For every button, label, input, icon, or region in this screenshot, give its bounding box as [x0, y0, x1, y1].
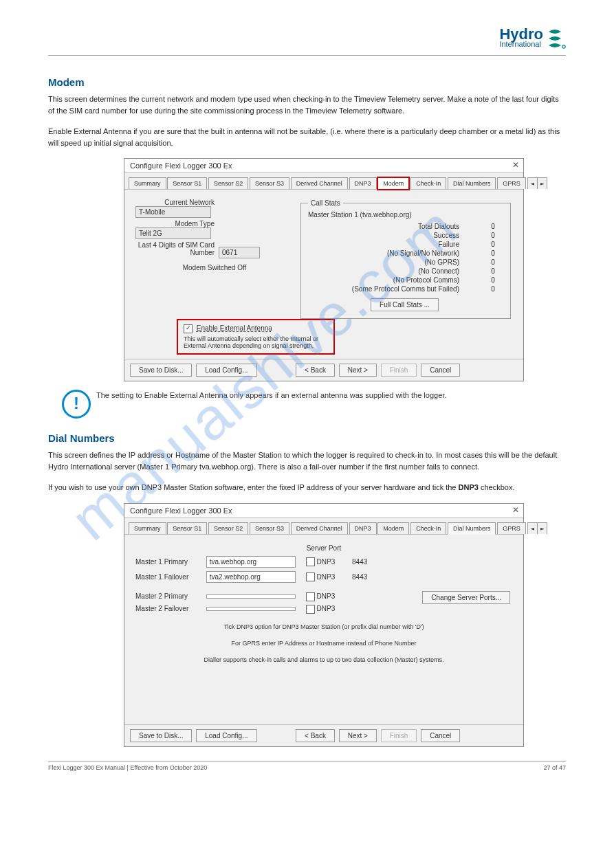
m1f-dnp3-checkbox[interactable] — [306, 572, 315, 581]
dialog-titlebar: Configure Flexi Logger 300 Ex ✕ — [124, 159, 523, 173]
dialog-title: Configure Flexi Logger 300 Ex — [130, 507, 232, 515]
tab-scroll-left[interactable]: ◄ — [527, 522, 538, 534]
enable-antenna-help: This will automatically select either th… — [184, 335, 328, 349]
modem-status: Modem Switched Off — [135, 264, 294, 271]
logo-wave-icon — [548, 29, 566, 51]
cancel-button[interactable]: Cancel — [421, 364, 460, 377]
dial-para-1: This screen defines the IP address or Ho… — [48, 449, 566, 472]
tab-dnp3[interactable]: DNP3 — [349, 177, 377, 189]
external-antenna-box: ✓ Enable External Antenna This will auto… — [177, 319, 335, 355]
stat-val: 0 — [483, 241, 503, 248]
footer: Flexi Logger 300 Ex Manual | Effective f… — [48, 764, 566, 771]
back-button[interactable]: < Back — [296, 729, 335, 742]
tab-summary[interactable]: Summary — [129, 177, 166, 189]
tab-sensor-s3[interactable]: Sensor S3 — [250, 522, 289, 534]
tab-derived[interactable]: Derived Channel — [291, 522, 348, 534]
dial-para-2c: checkbox. — [481, 483, 515, 491]
tab-scroll-right[interactable]: ► — [537, 177, 547, 189]
tab-dialnumbers[interactable]: Dial Numbers — [448, 522, 496, 535]
info-icon: ! — [62, 390, 91, 419]
stat-val: 0 — [483, 267, 503, 275]
current-network-label: Current Network — [135, 199, 219, 206]
load-button[interactable]: Load Config... — [196, 729, 256, 742]
stat-key: (No GPRS) — [308, 258, 459, 266]
close-icon[interactable]: ✕ — [512, 160, 519, 170]
footer-page: 27 of 47 — [543, 764, 566, 771]
tab-row: Summary Sensor S1 Sensor S2 Sensor S3 De… — [124, 173, 523, 190]
modem-dialog: Configure Flexi Logger 300 Ex ✕ Summary … — [124, 158, 524, 381]
dial-help-2: For GPRS enter IP Address or Hostname in… — [135, 640, 512, 647]
server-port-header: Server Port — [135, 544, 512, 552]
next-button[interactable]: Next > — [339, 364, 377, 377]
finish-button: Finish — [381, 364, 417, 377]
stat-val: 0 — [483, 249, 503, 257]
next-button[interactable]: Next > — [339, 729, 377, 742]
dial-para-2b: DNP3 — [459, 483, 479, 491]
close-icon[interactable]: ✕ — [512, 505, 519, 515]
tab-sensor-s2[interactable]: Sensor S2 — [208, 177, 248, 189]
stat-key: (No Signal/No Network) — [308, 249, 459, 257]
modem-heading: Modem — [48, 76, 566, 88]
tab-gprs[interactable]: GPRS — [497, 522, 526, 534]
load-button[interactable]: Load Config... — [196, 364, 256, 377]
change-server-ports-button[interactable]: Change Server Ports... — [422, 591, 510, 604]
tab-summary[interactable]: Summary — [129, 522, 166, 534]
m1p-dnp3-label: DNP3 — [317, 558, 336, 566]
m1p-input[interactable]: tva.webhop.org — [206, 556, 296, 568]
save-button[interactable]: Save to Disk... — [130, 729, 192, 742]
modem-type-value: Telit 2G — [135, 227, 211, 239]
m2f-label: Master 2 Failover — [135, 605, 204, 612]
tab-row: Summary Sensor S1 Sensor S2 Sensor S3 De… — [124, 518, 523, 535]
tab-modem[interactable]: Modem — [377, 177, 409, 190]
logo-sub: International — [499, 41, 543, 48]
m2p-dnp3-checkbox[interactable] — [306, 592, 315, 601]
tab-checkin[interactable]: Check-In — [410, 522, 446, 534]
sim-label: Last 4 Digits of SIM Card Number — [135, 241, 219, 256]
note-text: The setting to Enable External Antenna o… — [96, 390, 566, 401]
tab-derived[interactable]: Derived Channel — [291, 177, 348, 189]
sim-value: 0671 — [219, 247, 260, 258]
tab-sensor-s2[interactable]: Sensor S2 — [208, 522, 248, 534]
stat-key: (No Connect) — [308, 267, 459, 275]
save-button[interactable]: Save to Disk... — [130, 364, 192, 377]
tab-sensor-s3[interactable]: Sensor S3 — [250, 177, 289, 189]
stat-val: 0 — [483, 276, 503, 284]
dial-heading: Dial Numbers — [48, 432, 566, 444]
tab-sensor-s1[interactable]: Sensor S1 — [167, 177, 207, 189]
m1p-label: Master 1 Primary — [135, 558, 204, 566]
call-stats-group: Call Stats Master Station 1 (tva.webhop.… — [300, 199, 511, 319]
m1p-port: 8443 — [352, 558, 393, 566]
tab-modem[interactable]: Modem — [377, 522, 409, 534]
tab-scroll-right[interactable]: ► — [537, 522, 547, 534]
finish-button: Finish — [381, 729, 417, 742]
logo: Hydro International — [48, 27, 566, 49]
m1f-input[interactable]: tva2.webhop.org — [206, 571, 296, 583]
cancel-button[interactable]: Cancel — [421, 729, 460, 742]
m2p-label: Master 2 Primary — [135, 592, 204, 600]
m2f-dnp3-checkbox[interactable] — [306, 605, 315, 614]
stat-val: 0 — [483, 258, 503, 266]
full-call-stats-button[interactable]: Full Call Stats ... — [371, 298, 439, 311]
dial-help-1: Tick DNP3 option for DNP3 Master Station… — [135, 623, 512, 630]
tab-checkin[interactable]: Check-In — [410, 177, 446, 189]
tab-dialnumbers[interactable]: Dial Numbers — [448, 177, 496, 189]
enable-antenna-checkbox[interactable]: ✓ — [184, 324, 193, 333]
tab-sensor-s1[interactable]: Sensor S1 — [167, 522, 207, 534]
back-button[interactable]: < Back — [296, 364, 335, 377]
m1f-dnp3-label: DNP3 — [317, 573, 336, 581]
dial-dialog: Configure Flexi Logger 300 Ex ✕ Summary … — [124, 503, 524, 747]
dial-help-3: Dialler supports check-in calls and alar… — [135, 656, 512, 663]
tab-dnp3[interactable]: DNP3 — [349, 522, 377, 534]
current-network-value: T-Mobile — [135, 206, 211, 218]
tab-gprs[interactable]: GPRS — [497, 177, 526, 189]
dialog-button-bar: Save to Disk... Load Config... < Back Ne… — [124, 724, 523, 746]
dial-para-2a: If you wish to use your own DNP3 Master … — [48, 483, 459, 491]
stat-key: Success — [308, 232, 459, 239]
m2p-input[interactable] — [206, 594, 296, 599]
tab-scroll-left[interactable]: ◄ — [527, 177, 538, 189]
m1p-dnp3-checkbox[interactable] — [306, 557, 315, 566]
stat-key: (Some Protocol Comms but Failed) — [308, 285, 459, 293]
m2p-dnp3-label: DNP3 — [317, 592, 336, 600]
m2f-input[interactable] — [206, 607, 296, 611]
dialog-button-bar: Save to Disk... Load Config... < Back Ne… — [124, 359, 523, 381]
